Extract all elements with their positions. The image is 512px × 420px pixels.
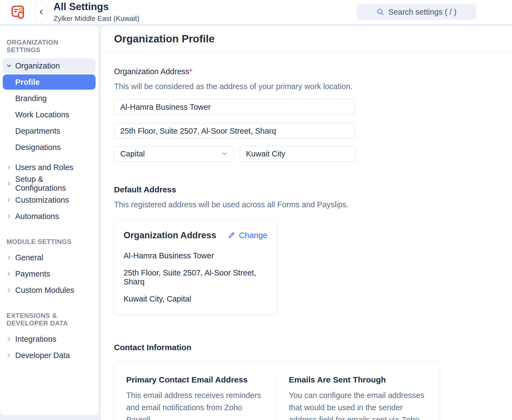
sidebar-item-payments[interactable]: Payments	[3, 266, 96, 281]
sidebar-item-customizations[interactable]: Customizations	[3, 192, 96, 208]
sidebar-item-label: Setup & Configurations	[15, 175, 92, 193]
chevron-right-icon	[6, 353, 12, 358]
change-link-label: Change	[239, 231, 267, 240]
chevron-right-icon	[6, 214, 12, 219]
chevron-right-icon	[6, 255, 12, 260]
sidebar-item-work-locations[interactable]: Work Locations	[3, 107, 96, 122]
contact-information-title: Contact Information	[114, 343, 499, 352]
chevron-right-icon	[6, 181, 12, 186]
section-label-organization-settings: ORGANIZATION SETTINGS	[7, 39, 92, 54]
sidebar-item-label: General	[15, 253, 43, 262]
main-title: Organization Profile	[114, 33, 215, 45]
sidebar-item-label: Developer Data	[15, 351, 70, 360]
default-address-description: This registered address will be used acr…	[114, 200, 499, 209]
sidebar-item-label: Organization	[15, 61, 60, 70]
default-address-line3: Kuwait City, Capital	[124, 294, 267, 303]
organization-address-label-text: Organization Address	[114, 67, 189, 76]
default-address-title: Default Address	[114, 185, 499, 194]
header-divider	[30, 4, 30, 20]
address-line1-input[interactable]	[114, 99, 355, 115]
sidebar-item-label: Payments	[15, 269, 50, 278]
sidebar-item-users-and-roles[interactable]: Users and Roles	[3, 160, 96, 175]
sidebar-item-label: Profile	[15, 78, 40, 87]
sidebar-item-integrations[interactable]: Integrations	[3, 331, 96, 347]
sidebar-item-custom-modules[interactable]: Custom Modules	[3, 283, 96, 298]
organization-address-description: This will be considered as the address o…	[114, 82, 499, 91]
sidebar-item-label: Integrations	[15, 335, 56, 344]
state-select-value: Capital	[120, 149, 145, 158]
chevron-down-icon	[221, 150, 228, 157]
organization-name: Zylker Middle East (Kuwait)	[53, 14, 139, 23]
section-label-module-settings: MODULE SETTINGS	[7, 238, 92, 246]
primary-contact-description: This email address receives reminders an…	[126, 389, 265, 420]
sidebar-item-automations[interactable]: Automations	[3, 209, 96, 224]
chevron-left-icon	[38, 9, 45, 15]
organization-address-label: Organization Address*	[114, 67, 499, 76]
settings-sidebar: ORGANIZATION SETTINGS Organization Profi…	[0, 26, 98, 415]
sidebar-item-setup-configurations[interactable]: Setup & Configurations	[3, 176, 96, 191]
sidebar-item-label: Automations	[15, 212, 59, 221]
sidebar-item-general[interactable]: General	[3, 250, 96, 265]
sender-email-description: You can configure the email addresses th…	[289, 389, 428, 420]
sender-email-title: Emails Are Sent Through	[289, 375, 428, 384]
pencil-icon	[228, 231, 236, 239]
chevron-right-icon	[6, 287, 12, 293]
chevron-right-icon	[6, 197, 12, 203]
zoho-payroll-logo	[10, 4, 26, 20]
sidebar-item-label: Custom Modules	[15, 286, 74, 295]
sidebar-item-label: Departments	[15, 127, 60, 136]
search-icon	[376, 8, 384, 16]
change-address-link[interactable]: Change	[228, 231, 267, 240]
main-title-bar: Organization Profile	[101, 26, 512, 52]
sender-email-column: Emails Are Sent Through You can configur…	[277, 373, 440, 420]
chevron-down-icon	[6, 63, 12, 68]
contact-information-card: Primary Contact Email Address This email…	[114, 361, 440, 420]
city-input[interactable]	[240, 146, 356, 162]
chevron-right-icon	[6, 165, 12, 170]
address-card-title: Organization Address	[124, 230, 216, 240]
default-address-line2: 25th Floor, Suite 2507, Al-Soor Street, …	[124, 268, 267, 286]
default-address-line1: Al-Hamra Business Tower	[124, 251, 267, 260]
chevron-right-icon	[6, 336, 12, 342]
page-title: All Settings	[53, 1, 139, 13]
address-line2-input[interactable]	[114, 123, 355, 139]
search-settings-button[interactable]: Search settings ( / )	[357, 4, 476, 20]
sidebar-item-organization[interactable]: Organization	[3, 58, 96, 73]
back-button[interactable]	[35, 2, 48, 21]
primary-contact-column: Primary Contact Email Address This email…	[114, 373, 277, 420]
sidebar-item-profile[interactable]: Profile	[3, 74, 96, 90]
sidebar-item-developer-data[interactable]: Developer Data	[3, 348, 96, 363]
search-label: Search settings ( / )	[388, 8, 456, 17]
sidebar-item-label: Branding	[15, 94, 47, 103]
sidebar-item-branding[interactable]: Branding	[3, 91, 96, 106]
required-asterisk: *	[189, 67, 192, 76]
primary-contact-title: Primary Contact Email Address	[126, 375, 265, 384]
sidebar-item-label: Work Locations	[15, 110, 69, 119]
state-select[interactable]: Capital	[114, 146, 234, 162]
main-panel: Organization Profile Organization Addres…	[101, 26, 512, 420]
sidebar-item-label: Customizations	[15, 196, 69, 205]
top-bar: All Settings Zylker Middle East (Kuwait)…	[0, 0, 512, 24]
sidebar-item-label: Users and Roles	[15, 163, 73, 172]
sidebar-item-designations[interactable]: Designations	[3, 140, 96, 155]
sidebar-item-departments[interactable]: Departments	[3, 123, 96, 139]
organization-address-card: Organization Address Change Al-Hamra Bus…	[114, 220, 277, 315]
sidebar-item-label: Designations	[15, 143, 61, 152]
payroll-wallet-icon	[10, 4, 26, 20]
chevron-right-icon	[6, 271, 12, 277]
section-label-extensions-developer-data: EXTENSIONS & DEVELOPER DATA	[7, 312, 92, 327]
